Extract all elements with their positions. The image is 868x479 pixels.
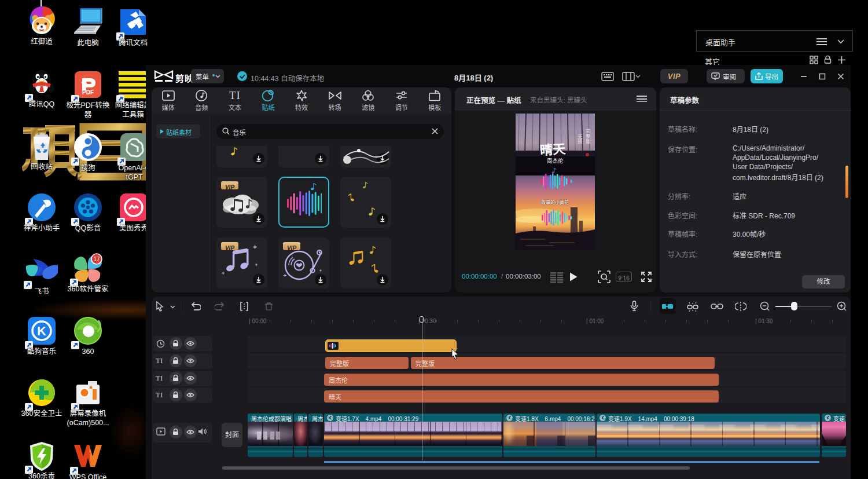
svg-text:17: 17 bbox=[93, 256, 100, 262]
svg-text:PDF: PDF bbox=[82, 89, 94, 96]
svg-text:K: K bbox=[37, 324, 46, 338]
